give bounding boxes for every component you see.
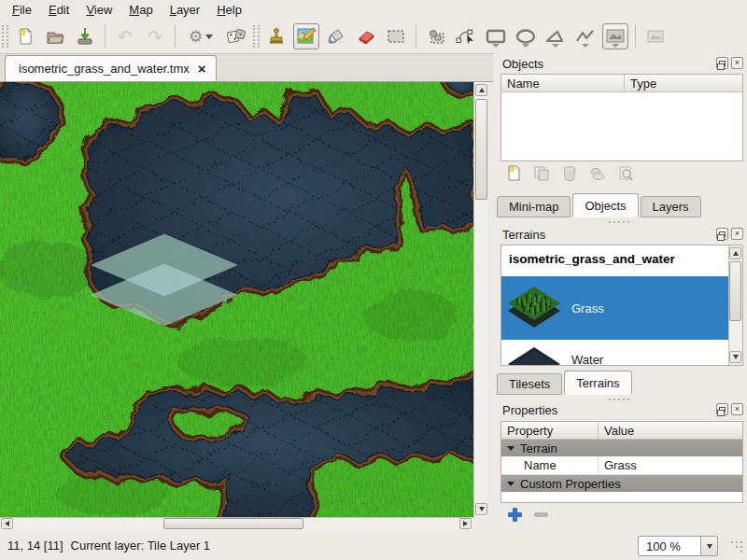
commands-button[interactable]: ⚙ <box>182 23 219 49</box>
properties-close-button[interactable]: × <box>731 403 743 415</box>
dock-splitter-handle[interactable] <box>609 221 633 224</box>
new-file-button[interactable] <box>12 23 38 49</box>
terrains-scroll-up[interactable] <box>729 247 741 259</box>
bucket-fill-button[interactable] <box>323 23 349 49</box>
property-group-terrain[interactable]: Terrain <box>501 440 742 456</box>
menu-layer[interactable]: Layer <box>162 1 209 19</box>
image-tool-button[interactable] <box>642 23 669 49</box>
bucket-fill-icon <box>326 27 346 46</box>
eraser-icon <box>356 27 376 46</box>
terrains-scroll-down[interactable] <box>729 351 741 363</box>
zoom-value[interactable]: 100 % <box>638 536 701 556</box>
objects-close-button[interactable]: × <box>731 57 743 69</box>
terrains-scroll-thumb[interactable] <box>729 261 741 321</box>
move-object-icon <box>589 166 606 184</box>
tab-objects[interactable]: Objects <box>572 193 638 217</box>
menu-edit[interactable]: Edit <box>40 1 78 19</box>
new-file-icon <box>16 27 35 46</box>
property-row-name[interactable]: Name Grass <box>501 456 742 475</box>
terrains-float-button[interactable] <box>716 228 728 240</box>
insert-tile-icon <box>605 28 626 45</box>
tab-tilesets[interactable]: Tilesets <box>497 373 562 395</box>
property-value-cell[interactable]: Grass <box>599 456 742 474</box>
remove-property-button[interactable] <box>534 512 548 517</box>
vertical-scroll-thumb[interactable] <box>475 99 487 200</box>
redo-button[interactable]: ↷ <box>142 23 168 49</box>
open-file-button[interactable] <box>42 23 68 49</box>
trash-icon <box>562 165 577 185</box>
scroll-right-button[interactable] <box>459 518 472 529</box>
commands-gear-icon: ⚙ <box>189 29 203 45</box>
insert-polyline-icon <box>574 29 597 44</box>
tab-mini-map[interactable]: Mini-map <box>497 196 571 217</box>
property-group-label: Custom Properties <box>520 477 621 491</box>
canvas-horizontal-scrollbar[interactable] <box>0 517 473 530</box>
insert-ellipse-button[interactable] <box>513 23 539 49</box>
terrain-item-grass[interactable]: Grass <box>501 276 728 340</box>
window-resize-grip[interactable] <box>731 541 744 554</box>
eraser-button[interactable] <box>353 23 379 49</box>
terrain-item-water[interactable]: Water <box>501 340 728 366</box>
add-object-button[interactable] <box>504 165 523 184</box>
objects-column-type[interactable]: Type <box>625 75 742 91</box>
insert-rectangle-button[interactable] <box>483 23 509 49</box>
undo-button[interactable]: ↶ <box>112 23 138 49</box>
insert-ellipse-icon <box>514 29 537 44</box>
document-tab-close-icon[interactable]: × <box>198 62 206 76</box>
menu-file[interactable]: File <box>4 1 40 19</box>
terrain-item-label: Grass <box>571 301 604 315</box>
insert-polyline-button[interactable] <box>572 23 599 49</box>
select-objects-icon <box>426 27 446 46</box>
scroll-left-button[interactable] <box>1 518 13 529</box>
insert-tile-button[interactable] <box>602 23 628 49</box>
menu-view[interactable]: View <box>78 1 120 19</box>
tiled-window: File Edit View Map Layer Help ↶ ↷ ⚙ <box>0 0 747 560</box>
properties-float-button[interactable] <box>716 403 728 415</box>
horizontal-scroll-thumb[interactable] <box>163 518 303 529</box>
terrain-brush-icon <box>296 26 317 47</box>
terrains-close-button[interactable]: × <box>731 228 743 240</box>
properties-dock-title: Properties <box>502 403 557 417</box>
menu-map[interactable]: Map <box>120 1 161 19</box>
open-file-icon <box>46 27 64 46</box>
stamp-brush-button[interactable] <box>263 23 289 49</box>
dock-splitter-handle-2[interactable] <box>609 399 633 401</box>
inspect-object-button[interactable] <box>616 165 635 184</box>
property-group-label: Terrain <box>520 441 557 455</box>
scroll-down-button[interactable] <box>475 503 487 515</box>
menu-help[interactable]: Help <box>208 1 250 19</box>
collapse-arrow-icon[interactable] <box>507 446 514 451</box>
terrains-scrollbar[interactable] <box>728 245 742 365</box>
tab-layers[interactable]: Layers <box>641 196 701 217</box>
objects-table: Name Type <box>500 74 743 161</box>
objects-float-button[interactable] <box>716 57 728 69</box>
rect-select-button[interactable] <box>383 23 409 49</box>
select-objects-button[interactable] <box>423 23 449 49</box>
terrain-brush-button[interactable] <box>293 23 319 49</box>
tab-terrains[interactable]: Terrains <box>564 371 631 395</box>
move-object-button[interactable] <box>588 165 607 184</box>
properties-column-value[interactable]: Value <box>599 422 742 439</box>
tileset-name-header: isometric_grass_and_water <box>501 245 742 276</box>
scroll-up-button[interactable] <box>475 84 487 96</box>
insert-polygon-button[interactable] <box>543 23 569 49</box>
canvas-vertical-scrollbar[interactable] <box>473 82 487 517</box>
edit-polygons-button[interactable] <box>453 23 479 49</box>
objects-column-name[interactable]: Name <box>501 75 625 91</box>
zoom-combobox[interactable]: 100 % <box>638 536 718 556</box>
document-tab[interactable]: isometric_grass_and_water.tmx × <box>5 55 217 81</box>
add-property-button[interactable] <box>508 508 522 522</box>
toolbar-drag-handle-2[interactable] <box>253 25 260 48</box>
property-group-custom[interactable]: Custom Properties <box>501 475 742 492</box>
duplicate-object-button[interactable] <box>532 165 551 184</box>
insert-polygon-icon <box>544 29 567 44</box>
properties-table: Property Value Terrain Name Grass Custom… <box>500 421 743 503</box>
save-button[interactable] <box>72 23 98 49</box>
collapse-arrow-icon[interactable] <box>507 482 514 486</box>
toolbar-drag-handle[interactable] <box>2 25 8 48</box>
properties-column-property[interactable]: Property <box>501 422 599 439</box>
random-mode-button[interactable] <box>223 23 249 49</box>
remove-object-button[interactable] <box>560 165 579 184</box>
map-canvas[interactable] <box>0 82 473 517</box>
zoom-dropdown-button[interactable] <box>701 536 718 556</box>
